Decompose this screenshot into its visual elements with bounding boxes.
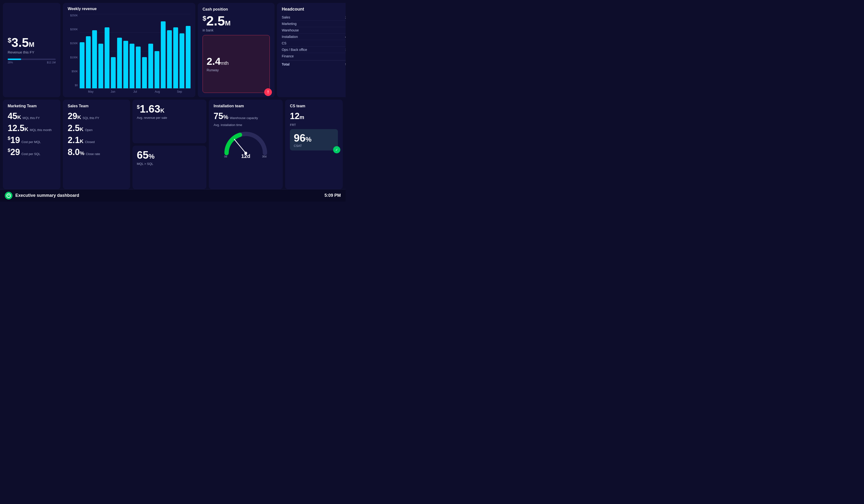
footer-title: Executive summary dashboard (15, 193, 79, 198)
y-axis-label: $0 (68, 84, 78, 87)
headcount-row: CS5 (282, 40, 346, 47)
headcount-total-label: Total (282, 62, 289, 66)
bar (161, 21, 166, 88)
x-axis-label: May (80, 90, 102, 93)
cs-card: CS team 12m FRT 96% CSAT ✓ (285, 99, 343, 189)
revenue-card: $3.5M Revenue this FY 28% $12.1M (3, 3, 60, 97)
installation-card: Installation team 75% Warehouse capacity… (209, 99, 283, 189)
mql-fy-row: 45K MQL this FY (8, 111, 56, 121)
svg-line-0 (234, 139, 246, 153)
cost-sql-row: $29 Cost per SQL (8, 147, 56, 157)
csat-value: 96% (294, 132, 334, 144)
revenue-label: Revenue this FY (8, 50, 56, 54)
headcount-row: Installation40 (282, 34, 346, 40)
gauge-value: 12d (241, 153, 250, 159)
headcount-row: Ops / Back office10 (282, 47, 346, 53)
csat-check-icon: ✓ (333, 146, 340, 153)
footer-left: Executive summary dashboard (5, 192, 79, 200)
headcount-total-row: Total 92 (282, 60, 346, 68)
sql-fy-row: 29K SQL this FY (68, 111, 125, 121)
headcount-count: 40 (345, 35, 346, 39)
csat-box: 96% CSAT ✓ (290, 129, 338, 151)
headcount-rows: Sales21Marketing8Warehouse6Installation4… (282, 14, 346, 59)
footer-time: 5:09 PM (324, 193, 341, 198)
bar (186, 26, 191, 88)
bottom-section: Marketing Team 45K MQL this FY 12.5K MQL… (0, 98, 346, 189)
bar (130, 44, 134, 88)
headcount-row: Marketing8 (282, 21, 346, 27)
progress-labels: 28% $12.1M (8, 61, 56, 64)
avg-revenue-amount: $1.63K (137, 103, 202, 115)
headcount-name: Finance (282, 54, 294, 58)
weekly-revenue-card: Weekly revenue $250K$200K$150K$100K$50K$… (63, 3, 195, 97)
runway-value: 2.4mth (207, 56, 266, 67)
bar (105, 27, 109, 88)
cash-title: Cash position (203, 7, 270, 12)
headcount-count: 10 (345, 48, 346, 51)
bar (180, 33, 184, 88)
close-rate-row: 8.0% Close rate (68, 147, 125, 157)
mql-month-row: 12.5K MQL this month (8, 123, 56, 133)
frt-label: FRT (290, 123, 338, 127)
logo-icon (5, 192, 12, 200)
gauge-container: 0d 30d 12d (214, 129, 278, 159)
headcount-row: Sales21 (282, 14, 346, 21)
frt-row: 12m (290, 111, 338, 121)
mql-sql-card: 65% MQL > SQL (132, 146, 206, 189)
y-axis-label: $100K (68, 56, 78, 59)
headcount-name: Marketing (282, 22, 296, 26)
bar (111, 57, 116, 88)
bar (173, 27, 178, 88)
avg-revenue-label: Avg. revenue per sale (137, 116, 202, 120)
bar (86, 36, 91, 88)
marketing-card: Marketing Team 45K MQL this FY 12.5K MQL… (3, 99, 60, 189)
bars-container: MayJunJulAugSep (80, 14, 191, 93)
bar (167, 30, 172, 88)
x-axis-label: Jun (102, 90, 124, 93)
runway-box: 2.4mth Runway ! (203, 35, 270, 93)
mql-sql-value: 65% (137, 149, 202, 161)
bar (98, 44, 103, 88)
bar (155, 51, 159, 88)
chart-area: $250K$200K$150K$100K$50K$0 MayJunJulAugS… (68, 14, 191, 93)
closed-row: 2.1K Closed (68, 135, 125, 145)
x-axis-label: Sep (168, 90, 191, 93)
open-row: 2.5K Open (68, 123, 125, 133)
bar (80, 42, 84, 88)
gauge-svg: 0d 30d (222, 129, 270, 156)
cash-amount: $2.5M (203, 13, 270, 28)
chart-title: Weekly revenue (68, 7, 191, 11)
cs-title: CS team (290, 104, 338, 108)
warehouse-row: 75% Warehouse capacity (214, 111, 278, 121)
middle-bottom: $1.63K Avg. revenue per sale 65% MQL > S… (132, 99, 206, 189)
dashboard: $3.5M Revenue this FY 28% $12.1M Weekly … (0, 0, 346, 202)
headcount-card: Headcount Sales21Marketing8Warehouse6Ins… (277, 3, 346, 97)
headcount-title: Headcount (282, 7, 346, 12)
bars-area (80, 14, 191, 88)
progress-bg (8, 59, 56, 60)
y-axis-label: $150K (68, 42, 78, 45)
y-axis: $250K$200K$150K$100K$50K$0 (68, 14, 78, 93)
cost-mql-row: $19 Cost per MQL (8, 135, 56, 145)
svg-text:30d: 30d (262, 155, 266, 158)
headcount-name: CS (282, 41, 286, 45)
headcount-row: Finance2 (282, 53, 346, 59)
bar (148, 44, 153, 88)
installation-title: Installation team (214, 104, 278, 108)
x-axis-label: Jul (124, 90, 146, 93)
y-axis-label: $50K (68, 70, 78, 73)
headcount-name: Installation (282, 35, 298, 39)
headcount-name: Warehouse (282, 28, 299, 32)
top-section: $3.5M Revenue this FY 28% $12.1M Weekly … (0, 0, 346, 98)
mql-sql-label: MQL > SQL (137, 162, 202, 166)
headcount-total-num: 92 (345, 62, 346, 66)
headcount-count: 21 (345, 15, 346, 19)
revenue-progress: 28% $12.1M (8, 59, 56, 64)
sales-title: Sales Team (68, 104, 125, 108)
footer-bar: Executive summary dashboard 5:09 PM (0, 189, 346, 202)
bar (142, 57, 147, 88)
cash-card: Cash position $2.5M in bank 2.4mth Runwa… (198, 3, 275, 97)
marketing-title: Marketing Team (8, 104, 56, 108)
x-axis-label: Aug (146, 90, 168, 93)
bar (92, 30, 97, 88)
